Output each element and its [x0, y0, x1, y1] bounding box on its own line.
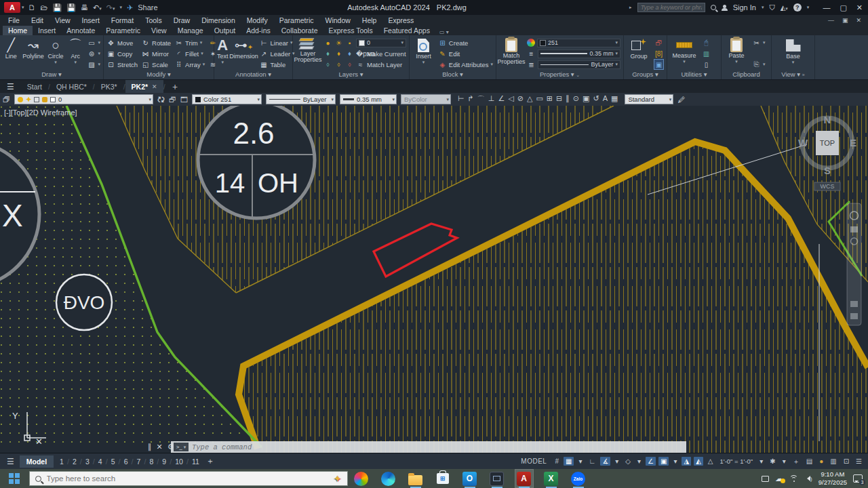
layout-tab-6[interactable]: 6 [121, 456, 132, 467]
ribbon-tab-addins[interactable]: Add-ins [241, 26, 276, 35]
layer-thaw-icon[interactable]: ☀ [334, 39, 343, 47]
snap-toggle[interactable]: ▦ [564, 457, 574, 466]
new-layout-button[interactable]: ＋ [206, 455, 214, 467]
layer-dropdown[interactable]: 0▾ [14, 94, 153, 104]
app-menu-arrow-icon[interactable]: ▾ [22, 5, 24, 10]
menu-edit[interactable]: Edit [31, 16, 43, 24]
search-expand-icon[interactable]: ▸ [629, 5, 632, 10]
osnap-arrow-icon[interactable]: ▾ [671, 457, 679, 466]
viewport-controls[interactable]: [-][Top][2D Wireframe] [4, 108, 77, 117]
commandline-move-handle[interactable]: ∥ [148, 443, 152, 451]
layer-match-icon[interactable]: 🗔 [180, 96, 188, 104]
commandline-close-icon[interactable]: ✕ [157, 443, 163, 451]
panel-label-view[interactable]: View ▾ » [772, 70, 814, 79]
linetype-dropdown[interactable]: ByLayer▾ [266, 94, 336, 104]
maximize-button[interactable]: ▢ [840, 3, 846, 12]
trim-button[interactable]: ✂Trim▾ [174, 38, 205, 47]
ribbon-tab-express-tools[interactable]: Express Tools [323, 26, 378, 35]
quick-select-button[interactable]: 🖰 [702, 38, 711, 47]
ribbon-tab-insert[interactable]: Insert [33, 26, 61, 35]
layout-tab-2[interactable]: 2 [69, 456, 80, 467]
dimstyle-dropdown[interactable]: Standard▾ [625, 94, 673, 104]
menu-dimension[interactable]: Dimension [201, 16, 235, 24]
file-tab-menu-icon[interactable]: ☰ [7, 82, 14, 92]
ribbon-display-toggle-icon[interactable]: ▭ ▾ [439, 29, 449, 35]
volume-icon[interactable]: ) [804, 476, 812, 482]
menu-modify[interactable]: Modify [247, 16, 268, 24]
quick-calc-button[interactable]: ▥ [702, 49, 711, 58]
dim-center-icon[interactable]: ⊙ [573, 94, 579, 104]
viewcube-west[interactable]: W [798, 137, 808, 148]
array-button[interactable]: ⠿Array▾ [174, 60, 205, 69]
rotate-button[interactable]: ↻Rotate [141, 38, 171, 47]
rectangle-button[interactable]: ▭▾ [87, 38, 100, 47]
ribbon-tab-view[interactable]: View [146, 26, 172, 35]
layout-tab-3[interactable]: 3 [82, 456, 93, 467]
block-edit-button[interactable]: ✎Edit [438, 49, 493, 58]
measure-button[interactable]: Measure▾ [670, 37, 698, 70]
dim-update-icon[interactable]: ↺ [593, 94, 599, 104]
save-as-icon[interactable]: 💾 [66, 3, 76, 12]
viewcube-top-label[interactable]: TOP [820, 139, 835, 147]
ribbon-tab-featured-apps[interactable]: Featured Apps [378, 26, 435, 35]
menu-parametric[interactable]: Parametric [279, 16, 314, 24]
color-dropdown[interactable]: Color 251▾ [192, 94, 262, 104]
app-menu-button[interactable]: A [4, 2, 20, 13]
redo-icon[interactable]: ↷▾ [106, 3, 115, 12]
save-icon[interactable]: 💾 [53, 3, 62, 12]
orbit-icon[interactable] [850, 301, 858, 307]
share-icon[interactable]: ✈ [127, 3, 133, 12]
panel-label-block[interactable]: Block ▾ [410, 70, 496, 79]
navigation-bar[interactable] [847, 203, 861, 325]
layout-menu-icon[interactable]: ☰ [7, 457, 14, 466]
doc-close-button[interactable]: ✕ [856, 17, 861, 24]
menu-draw[interactable]: Draw [174, 16, 191, 24]
panel-label-properties[interactable]: Properties ▾ ⌄ [496, 70, 623, 79]
layout-tab-4[interactable]: 4 [95, 456, 106, 467]
lineweight-dropdown[interactable]: 0.35 mm▾ [340, 94, 397, 104]
menu-insert[interactable]: Insert [82, 16, 100, 24]
dim-jogged-icon[interactable]: △ [527, 94, 532, 104]
menu-view[interactable]: View [55, 16, 71, 24]
menu-help[interactable]: Help [362, 16, 377, 24]
base-view-button[interactable]: Base▾ [781, 37, 806, 70]
notification-center-icon[interactable]: 3 [853, 474, 863, 483]
layout-tab-9[interactable]: 9 [159, 456, 170, 467]
object-snap-toggle[interactable]: ▣ [658, 457, 669, 466]
layout-tab-7[interactable]: 7 [134, 456, 144, 467]
viewcube-south[interactable]: S [824, 165, 831, 176]
search-icon[interactable] [711, 5, 716, 10]
file-tab-pk2[interactable]: PK2*✕ [125, 80, 163, 93]
cut-button[interactable]: ✂▾ [752, 38, 766, 47]
undo-icon[interactable]: ↶▾ [93, 3, 102, 12]
taskbar-clock[interactable]: 9:10 AM 9/27/2025 [818, 470, 847, 487]
menu-tools[interactable]: Tools [145, 16, 162, 24]
dim-radius-icon[interactable]: ◁ [508, 94, 513, 104]
panel-label-annotation[interactable]: Annotation ▾ [214, 70, 292, 79]
dimension-button[interactable]: ⊶✦Dimension [232, 37, 256, 70]
command-line[interactable]: >_ ▾ Type a command [171, 441, 686, 453]
taskbar-search[interactable]: ✦ [29, 471, 348, 486]
menu-format[interactable]: Format [111, 16, 134, 24]
quick-properties-icon[interactable]: ● [817, 457, 825, 466]
start-button[interactable] [9, 473, 20, 484]
panel-label-draw[interactable]: Draw ▾ [0, 70, 103, 79]
layout-tab-10[interactable]: 10 [172, 456, 186, 467]
layer-isolate-icon[interactable]: 🗗 [169, 96, 176, 104]
ribbon-layer-select[interactable]: 0▾ [356, 39, 406, 47]
taskbar-zalo-icon[interactable]: Zalo [570, 470, 587, 487]
dim-inspect-icon[interactable]: ▣ [583, 94, 589, 104]
polar-arrow-icon[interactable]: ▾ [613, 457, 620, 466]
wifi-icon[interactable] [789, 475, 798, 482]
menu-file[interactable]: File [8, 16, 20, 24]
taskbar-outlook-icon[interactable]: O [461, 470, 479, 487]
group-edit-button[interactable]: [8] [654, 49, 663, 58]
ribbon-tab-annotate[interactable]: Annotate [61, 26, 100, 35]
layer-previous-icon[interactable]: 🗘 [157, 96, 165, 104]
viewcube-north[interactable]: N [824, 114, 831, 125]
arc-button[interactable]: ⌒Arc▾ [67, 37, 83, 70]
move-button[interactable]: ✥Move [106, 38, 138, 47]
id-point-button[interactable]: ▯ [702, 60, 711, 69]
scale-button[interactable]: ◱Scale [141, 60, 171, 69]
mirror-button[interactable]: ⋈Mirror [141, 49, 171, 58]
